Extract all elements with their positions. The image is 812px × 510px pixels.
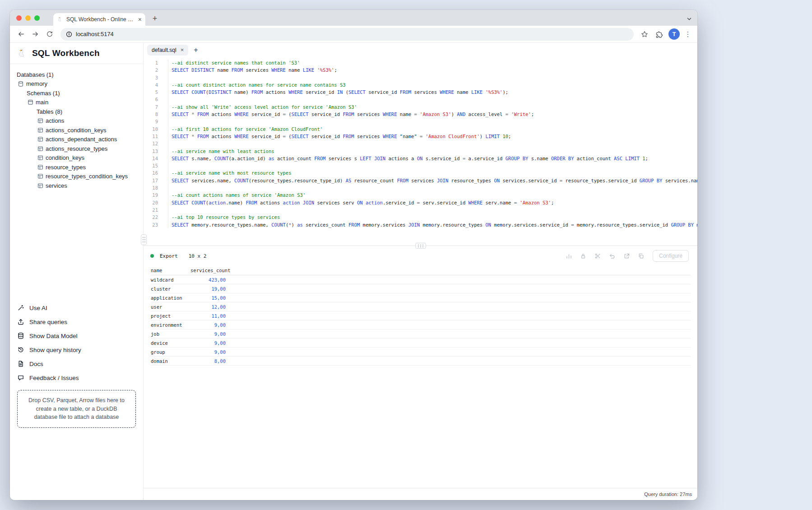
table-row[interactable]: wildcard423,00 bbox=[151, 275, 691, 284]
tree-group-databases[interactable]: Databases (1) bbox=[10, 70, 143, 79]
sidebar-item-show-data-model[interactable]: Show Data Model bbox=[10, 329, 143, 343]
sidebar-item-show-query-history[interactable]: Show query history bbox=[10, 343, 143, 357]
table-icon bbox=[37, 164, 43, 170]
table-row[interactable]: cluster19,00 bbox=[151, 284, 691, 293]
close-window-button[interactable] bbox=[16, 15, 22, 21]
zoom-window-button[interactable] bbox=[34, 15, 40, 21]
code-line[interactable]: 7--ai show all 'Write' access level acti… bbox=[144, 103, 697, 111]
new-editor-tab-button[interactable]: + bbox=[191, 46, 200, 54]
sidebar-item-share-queries[interactable]: Share queries bbox=[10, 315, 143, 329]
app-page: SQL Workbench Databases (1) memory Schem… bbox=[10, 43, 697, 500]
table-row[interactable]: environment9,00 bbox=[151, 320, 691, 329]
code-line[interactable]: 15 bbox=[144, 162, 697, 169]
code-line[interactable]: 3 bbox=[144, 74, 697, 81]
code-line[interactable]: 22--ai top 10 resource types by services bbox=[144, 213, 697, 221]
sidebar-table-item[interactable]: actions_dependant_actions bbox=[10, 135, 143, 144]
sidebar-table-item[interactable]: actions bbox=[10, 116, 143, 126]
code-line[interactable]: 14SELECT s.name, COUNT(a.action_id) as a… bbox=[144, 155, 697, 162]
tab-close-icon[interactable]: × bbox=[138, 16, 142, 23]
table-row[interactable]: project11,00 bbox=[151, 311, 691, 320]
line-number: 22 bbox=[144, 213, 168, 221]
code-line[interactable]: 19--ai count actions names of service 'A… bbox=[144, 191, 697, 199]
tree-group-tables[interactable]: Tables (8) bbox=[10, 107, 143, 116]
code-line[interactable]: 21 bbox=[144, 206, 697, 213]
copy-icon[interactable] bbox=[638, 253, 645, 260]
editor-tab-default-sql[interactable]: default.sql × bbox=[147, 45, 188, 56]
browser-menu-kebab-icon[interactable]: ⋮ bbox=[683, 30, 693, 38]
vertical-resize-grip[interactable] bbox=[141, 234, 147, 245]
sidebar-table-item[interactable]: actions_resource_types bbox=[10, 144, 143, 153]
code-line[interactable]: 18 bbox=[144, 184, 697, 191]
new-tab-button[interactable]: + bbox=[149, 13, 161, 24]
code-line[interactable]: 6 bbox=[144, 96, 697, 103]
profile-avatar[interactable]: T bbox=[668, 28, 680, 40]
extensions-puzzle-icon[interactable] bbox=[653, 28, 665, 41]
cell-name: user bbox=[151, 304, 190, 310]
code-line[interactable]: 20SELECT COUNT(action.name) FROM actions… bbox=[144, 199, 697, 206]
sql-editor[interactable]: 1--ai distinct service names that contai… bbox=[144, 57, 697, 246]
undo-icon[interactable] bbox=[609, 253, 616, 260]
sidebar-table-item[interactable]: resource_types_condition_keys bbox=[10, 172, 143, 181]
cell-name: application bbox=[151, 295, 190, 301]
export-button[interactable]: Export bbox=[160, 253, 178, 259]
table-row[interactable]: device9,00 bbox=[151, 338, 691, 348]
line-number: 20 bbox=[144, 199, 168, 206]
sidebar-table-item[interactable]: actions_condition_keys bbox=[10, 125, 143, 135]
table-icon bbox=[37, 173, 43, 179]
code-line[interactable]: 2SELECT DISTINCT name FROM services WHER… bbox=[144, 66, 697, 74]
forward-button[interactable] bbox=[29, 28, 42, 41]
code-line[interactable]: 5SELECT COUNT(DISTINCT name) FROM action… bbox=[144, 88, 697, 96]
code-line[interactable]: 17SELECT services.name, COUNT(resource_t… bbox=[144, 177, 697, 184]
site-info-icon[interactable] bbox=[66, 31, 72, 37]
code-line[interactable]: 12 bbox=[144, 140, 697, 147]
table-row[interactable]: application15,00 bbox=[151, 293, 691, 302]
browser-tab[interactable]: SQL Workbench - Online Dat... × bbox=[53, 13, 145, 26]
table-icon bbox=[37, 136, 43, 142]
minimize-window-button[interactable] bbox=[25, 15, 31, 21]
code-line[interactable]: 13--ai service name with least actions bbox=[144, 148, 697, 155]
cell-name: project bbox=[151, 313, 190, 319]
code-line[interactable]: 8SELECT * FROM actions WHERE service_id … bbox=[144, 111, 697, 118]
tree-item-database-memory[interactable]: memory bbox=[10, 79, 143, 89]
tree-item-schema-main[interactable]: main bbox=[10, 98, 143, 107]
code-line[interactable]: 10--ai first 10 actions for service 'Ama… bbox=[144, 125, 697, 133]
menu-label: Feedback / Issues bbox=[29, 375, 79, 381]
results-body: wildcard423,00cluster19,00application15,… bbox=[151, 275, 691, 366]
table-row[interactable]: job9,00 bbox=[151, 329, 691, 338]
lock-icon[interactable] bbox=[580, 253, 587, 260]
window-controls bbox=[16, 10, 40, 26]
configure-button[interactable]: Configure bbox=[653, 250, 689, 262]
sidebar-item-docs[interactable]: Docs bbox=[10, 357, 143, 371]
scissors-icon[interactable] bbox=[594, 253, 601, 260]
sidebar-table-item[interactable]: resource_types bbox=[10, 162, 143, 172]
tree-group-schemas[interactable]: Schemas (1) bbox=[10, 88, 143, 98]
bookmark-star-icon[interactable] bbox=[638, 28, 651, 41]
menu-label: Show Data Model bbox=[29, 333, 78, 339]
horizontal-resize-grip[interactable] bbox=[415, 243, 426, 249]
schema-icon bbox=[28, 99, 33, 105]
code-line[interactable]: 4--ai count distinct action names for se… bbox=[144, 81, 697, 88]
line-number: 18 bbox=[144, 184, 168, 191]
editor-tab-close-icon[interactable]: × bbox=[181, 47, 184, 53]
table-row[interactable]: domain8,00 bbox=[151, 357, 691, 366]
address-bar[interactable]: localhost:5174 bbox=[60, 28, 634, 41]
code-line[interactable]: 23SELECT memory.resource_types.name, COU… bbox=[144, 221, 697, 228]
sidebar-table-item[interactable]: services bbox=[10, 181, 143, 190]
table-row[interactable]: user12,00 bbox=[151, 302, 691, 311]
file-drop-zone[interactable]: Drop CSV, Parquet, Arrow files here to c… bbox=[17, 390, 136, 428]
sidebar-item-use-ai[interactable]: Use AI bbox=[10, 301, 143, 315]
back-button[interactable] bbox=[14, 28, 27, 41]
code-line[interactable]: 1--ai distinct service names that contai… bbox=[144, 59, 697, 66]
chart-icon[interactable] bbox=[566, 253, 572, 260]
table-name: actions_condition_keys bbox=[46, 127, 106, 134]
code-line[interactable]: 11SELECT * FROM actions WHERE service_id… bbox=[144, 133, 697, 140]
chat-icon bbox=[17, 374, 24, 381]
code-line[interactable]: 9 bbox=[144, 118, 697, 125]
reload-button[interactable] bbox=[43, 28, 56, 41]
table-row[interactable]: group9,00 bbox=[151, 348, 691, 357]
sidebar-table-item[interactable]: condition_keys bbox=[10, 153, 143, 163]
external-link-icon[interactable] bbox=[623, 253, 630, 260]
tab-search-chevron-icon[interactable] bbox=[687, 16, 692, 22]
sidebar-item-feedback[interactable]: Feedback / Issues bbox=[10, 371, 143, 385]
code-line[interactable]: 16--ai service name with most resource t… bbox=[144, 169, 697, 176]
